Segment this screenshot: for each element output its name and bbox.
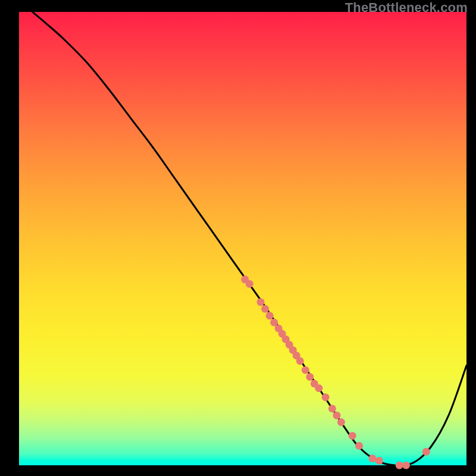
chart-overlay [19, 12, 466, 465]
curve-marker [315, 384, 322, 392]
curve-marker [246, 280, 253, 288]
curve-marker [369, 455, 377, 462]
curve-marker [349, 432, 356, 440]
curve-markers [241, 275, 430, 469]
curve-marker [375, 457, 383, 465]
plot-area [19, 12, 466, 465]
curve-marker [261, 305, 269, 313]
curve-marker [306, 373, 314, 381]
curve-marker [355, 442, 363, 450]
figure-frame: TheBottleneck.com [0, 0, 476, 476]
curve-marker [266, 312, 274, 320]
curve-marker [333, 412, 340, 419]
curve-marker [257, 298, 265, 306]
curve-marker [328, 405, 336, 412]
curve-marker [337, 418, 345, 426]
curve-marker [396, 462, 403, 469]
curve-marker [296, 357, 304, 365]
curve-marker [402, 462, 410, 469]
curve-marker [422, 448, 430, 456]
curve-marker [322, 393, 330, 401]
curve-marker [302, 366, 309, 374]
bottleneck-curve [33, 12, 466, 466]
